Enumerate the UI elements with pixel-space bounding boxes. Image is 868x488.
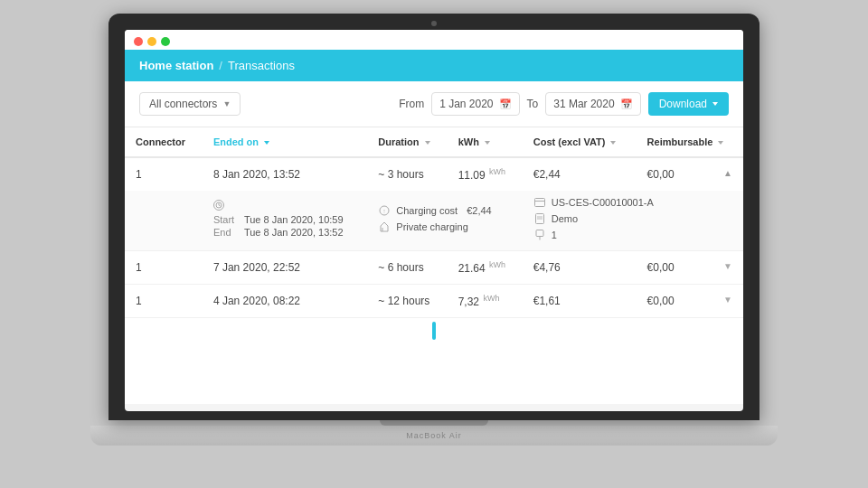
detail-charge-block: ↑ Charging cost €2,44 (378, 204, 511, 233)
cell-connector: 1 (125, 251, 203, 285)
detail-refs: US-CES-C00010001-A Demo (523, 191, 743, 251)
scrollbar-indicator (125, 318, 743, 343)
private-charging-label: Private charging (396, 221, 468, 232)
detail-end-label: End (213, 227, 239, 238)
header-title: Home station (139, 59, 213, 72)
cell-ended-on: 4 Jan 2020, 08:22 (203, 285, 367, 318)
detail-empty (125, 191, 203, 251)
toolbar: All connectors ▼ From 1 Jan 2020 📅 To 31… (125, 81, 743, 127)
cell-cost: €2,44 (523, 157, 637, 191)
detail-times: Start Tue 8 Jan 2020, 10:59 End Tue 8 Ja… (203, 191, 367, 251)
date-to-input[interactable]: 31 Mar 2020 📅 (545, 92, 640, 116)
private-charging-icon (378, 221, 391, 233)
from-label: From (399, 98, 424, 110)
svg-text:↑: ↑ (383, 208, 387, 214)
reimbursable-sort-icon (718, 141, 723, 145)
to-label: To (527, 98, 539, 110)
charging-cost-icon: ↑ (378, 204, 391, 217)
cell-kwh: 11.09 kWh (448, 157, 523, 191)
download-button[interactable]: Download (648, 92, 729, 116)
detail-ref-name: Demo (552, 213, 578, 224)
detail-end-time-row: End Tue 8 Jan 2020, 13:52 (213, 227, 356, 238)
charging-cost-value: €2,44 (467, 205, 492, 216)
table-header-row: Connector Ended on Duration kWh (125, 127, 743, 157)
header-subtitle: Transactions (228, 59, 295, 72)
transactions-table: Connector Ended on Duration kWh (125, 127, 743, 318)
cost-sort-icon (610, 141, 616, 145)
clock-icon (213, 200, 224, 211)
duration-sort-icon (425, 141, 430, 145)
detail-charging: ↑ Charging cost €2,44 (367, 191, 522, 251)
header-separator: / (219, 59, 222, 72)
table-row[interactable]: 1 8 Jan 2020, 13:52 ~ 3 hours 11.09 kWh … (125, 157, 743, 191)
maximize-button[interactable] (161, 37, 170, 46)
detail-ref-num-row: 1 (533, 229, 732, 241)
date-from-input[interactable]: 1 Jan 2020 📅 (431, 92, 519, 116)
detail-start-label: Start (213, 214, 239, 225)
detail-ref-block: US-CES-C00010001-A Demo (533, 196, 732, 241)
row-expand-icon[interactable]: ▲ (723, 168, 732, 178)
cell-kwh: 21.64 kWh (448, 251, 523, 285)
cell-duration: ~ 12 hours (367, 285, 447, 318)
col-duration[interactable]: Duration (367, 127, 447, 157)
detail-start-row (213, 200, 356, 211)
cell-duration: ~ 3 hours (367, 157, 447, 191)
detail-ref-id: US-CES-C00010001-A (552, 197, 654, 208)
detail-ref-id-row: US-CES-C00010001-A (533, 196, 732, 209)
traffic-lights (125, 30, 743, 50)
col-reimbursable[interactable]: Reimbursable (637, 127, 743, 157)
detail-start-time: Tue 8 Jan 2020, 10:59 (244, 214, 344, 225)
date-from-value: 1 Jan 2020 (439, 98, 493, 110)
minimize-button[interactable] (147, 37, 156, 46)
svg-line-2 (219, 205, 221, 206)
cell-duration: ~ 6 hours (367, 251, 447, 285)
cell-ended-on: 7 Jan 2020, 22:52 (203, 251, 367, 285)
cell-reimbursable: €0,00 ▼ (637, 251, 743, 285)
detail-private-row: Private charging (378, 221, 511, 233)
plug-icon (533, 229, 546, 241)
table-detail-row: Start Tue 8 Jan 2020, 10:59 End Tue 8 Ja… (125, 191, 743, 251)
laptop-brand-label: MacBook Air (406, 431, 462, 440)
kwh-unit: kWh (489, 167, 505, 176)
connector-select-label: All connectors (149, 98, 217, 110)
row-expand-icon[interactable]: ▼ (723, 295, 732, 305)
cell-ended-on: 8 Jan 2020, 13:52 (203, 157, 367, 191)
download-chevron-icon (712, 102, 718, 106)
app-container: Home station / Transactions All connecto… (125, 50, 743, 404)
row-expand-icon[interactable]: ▼ (723, 261, 732, 271)
connector-select[interactable]: All connectors ▼ (139, 92, 241, 116)
col-kwh[interactable]: kWh (448, 127, 523, 157)
cell-reimbursable: €0,00 ▼ (637, 285, 743, 318)
laptop-screen: Home station / Transactions All connecto… (108, 14, 760, 420)
detail-time-block: Start Tue 8 Jan 2020, 10:59 End Tue 8 Ja… (213, 200, 356, 238)
calendar-to-icon: 📅 (620, 99, 633, 110)
col-cost[interactable]: Cost (excl VAT) (523, 127, 637, 157)
col-ended-on[interactable]: Ended on (203, 127, 367, 157)
cell-cost: €1,61 (523, 285, 637, 318)
cell-kwh: 7,32 kWh (448, 285, 523, 318)
close-button[interactable] (134, 37, 143, 46)
scrollbar-dot[interactable] (432, 322, 436, 340)
cell-connector: 1 (125, 285, 203, 318)
col-connector[interactable]: Connector (125, 127, 203, 157)
svg-rect-6 (534, 199, 544, 207)
detail-charging-cost-row: ↑ Charging cost €2,44 (378, 204, 511, 217)
charging-cost-label: Charging cost (396, 205, 458, 216)
document-icon (533, 212, 546, 225)
download-label: Download (659, 98, 707, 110)
ended-on-sort-icon (264, 141, 269, 145)
table-container: Connector Ended on Duration kWh (125, 127, 743, 404)
table-row[interactable]: 1 7 Jan 2020, 22:52 ~ 6 hours 21.64 kWh … (125, 251, 743, 285)
detail-ref-name-row: Demo (533, 212, 732, 225)
laptop-wrapper: Home station / Transactions All connecto… (81, 14, 787, 474)
header-bar: Home station / Transactions (125, 50, 743, 81)
chevron-down-icon: ▼ (222, 99, 231, 108)
calendar-from-icon: 📅 (499, 99, 512, 110)
card-icon (533, 196, 546, 209)
cell-connector: 1 (125, 157, 203, 191)
detail-ref-num: 1 (552, 230, 557, 240)
table-row[interactable]: 1 4 Jan 2020, 08:22 ~ 12 hours 7,32 kWh … (125, 285, 743, 318)
cell-reimbursable: €0,00 ▲ (637, 157, 743, 191)
cell-cost: €4,76 (523, 251, 637, 285)
camera-dot (431, 21, 437, 26)
